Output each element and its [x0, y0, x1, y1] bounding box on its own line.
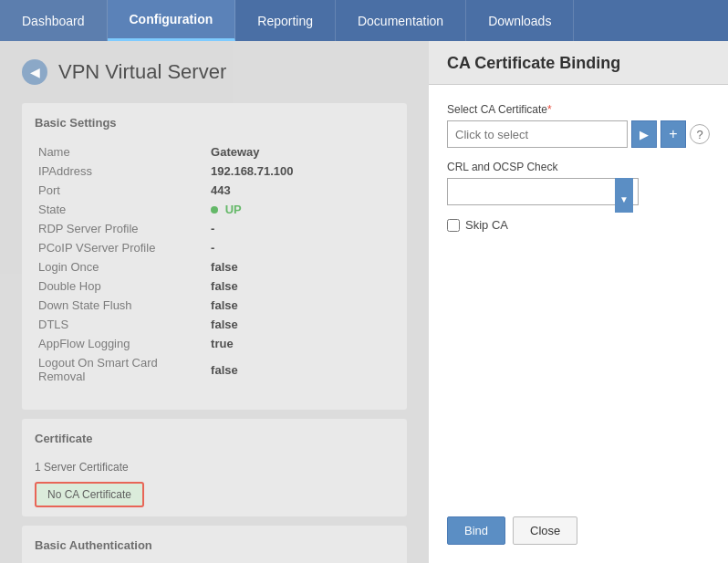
field-label-port: Port	[35, 181, 207, 200]
tab-downloads[interactable]: Downloads	[466, 0, 574, 41]
basic-auth-section: Basic Authentication	[22, 526, 407, 563]
field-label-ip: IPAddress	[35, 162, 207, 181]
field-value-dtls: false	[207, 315, 394, 334]
field-label-down-state: Down State Flush	[35, 296, 207, 315]
field-value-port: 443	[207, 181, 394, 200]
plus-icon: +	[669, 126, 677, 142]
select-ca-label: Select CA Certificate*	[447, 103, 710, 116]
table-row: RDP Server Profile -	[35, 219, 394, 238]
crl-dropdown-row	[447, 178, 710, 205]
table-row: DTLS false	[35, 315, 394, 334]
close-button[interactable]: Close	[513, 516, 577, 545]
field-label-rdp: RDP Server Profile	[35, 219, 207, 238]
status-up-text: UP	[225, 203, 242, 216]
table-row: AppFlow Logging true	[35, 334, 394, 353]
dialog-body: Select CA Certificate* ▶ + ? CRL and OCS…	[429, 85, 728, 516]
field-value-name: Gateway	[207, 142, 394, 162]
table-row: Name Gateway	[35, 142, 394, 162]
tab-configuration[interactable]: Configuration	[108, 0, 236, 41]
left-panel: ◀ VPN Virtual Server Basic Settings Name…	[0, 41, 429, 563]
dialog-header: CA Certificate Binding	[429, 41, 728, 85]
main-content: ◀ VPN Virtual Server Basic Settings Name…	[0, 41, 728, 563]
field-label-name: Name	[35, 142, 207, 162]
field-value-appflow: true	[207, 334, 394, 353]
field-label-logout: Logout On Smart Card Removal	[35, 353, 207, 386]
table-row: PCoIP VServer Profile -	[35, 238, 394, 257]
field-value-state: UP	[207, 200, 394, 219]
arrow-button[interactable]: ▶	[631, 120, 657, 148]
table-row: IPAddress 192.168.71.100	[35, 162, 394, 181]
dialog-title: CA Certificate Binding	[447, 54, 710, 73]
field-value-down-state: false	[207, 296, 394, 315]
table-row: Logout On Smart Card Removal false	[35, 353, 394, 386]
field-label-state: State	[35, 200, 207, 219]
skip-ca-row: Skip CA	[447, 218, 710, 232]
field-value-rdp: -	[207, 219, 394, 238]
ca-cert-select-input[interactable]	[447, 120, 628, 148]
table-row: Double Hop false	[35, 276, 394, 296]
page-title: VPN Virtual Server	[58, 60, 226, 84]
skip-ca-checkbox[interactable]	[447, 219, 460, 232]
tab-reporting[interactable]: Reporting	[235, 0, 336, 41]
field-value-logout: false	[207, 353, 394, 386]
table-row: Port 443	[35, 181, 394, 200]
field-value-double-hop: false	[207, 276, 394, 296]
field-label-login-once: Login Once	[35, 257, 207, 276]
dialog-footer: Bind Close	[429, 516, 728, 563]
basic-settings-section: Basic Settings Name Gateway IPAddress 19…	[22, 103, 407, 410]
crl-dropdown-wrapper	[447, 178, 639, 205]
field-value-ip: 192.168.71.100	[207, 162, 394, 181]
tab-documentation[interactable]: Documentation	[336, 0, 466, 41]
table-row: State UP	[35, 200, 394, 219]
right-panel: CA Certificate Binding Select CA Certifi…	[429, 41, 728, 563]
skip-ca-label: Skip CA	[465, 218, 508, 232]
page-header: ◀ VPN Virtual Server	[22, 59, 407, 85]
select-ca-row: ▶ + ?	[447, 120, 710, 148]
certificate-section: Certificate 1 Server Certificate No CA C…	[22, 419, 407, 516]
settings-table: Name Gateway IPAddress 192.168.71.100 Po…	[35, 142, 394, 386]
field-label-pcoip: PCoIP VServer Profile	[35, 238, 207, 257]
crl-dropdown[interactable]	[447, 178, 639, 205]
table-row: Down State Flush false	[35, 296, 394, 315]
back-icon: ◀	[30, 65, 40, 79]
no-ca-cert-button[interactable]: No CA Certificate	[35, 482, 144, 507]
status-dot	[211, 206, 218, 214]
field-label-dtls: DTLS	[35, 315, 207, 334]
certificate-title: Certificate	[35, 428, 394, 449]
basic-settings-title: Basic Settings	[35, 112, 394, 133]
tab-dashboard[interactable]: Dashboard	[0, 0, 108, 41]
table-row: Login Once false	[35, 257, 394, 276]
required-marker: *	[547, 103, 552, 116]
field-label-appflow: AppFlow Logging	[35, 334, 207, 353]
field-value-pcoip: -	[207, 238, 394, 257]
arrow-icon: ▶	[640, 128, 649, 141]
server-cert-item: 1 Server Certificate	[35, 458, 394, 476]
help-button[interactable]: ?	[690, 124, 710, 144]
field-label-double-hop: Double Hop	[35, 276, 207, 296]
help-icon: ?	[696, 128, 702, 141]
crl-label: CRL and OCSP Check	[447, 161, 710, 173]
add-button[interactable]: +	[660, 120, 686, 148]
top-nav: Dashboard Configuration Reporting Docume…	[0, 0, 728, 41]
ca-cert-binding-dialog: CA Certificate Binding Select CA Certifi…	[429, 41, 728, 563]
back-button[interactable]: ◀	[22, 59, 47, 85]
field-value-login-once: false	[207, 257, 394, 276]
bind-button[interactable]: Bind	[447, 516, 505, 545]
basic-auth-title: Basic Authentication	[35, 535, 394, 556]
